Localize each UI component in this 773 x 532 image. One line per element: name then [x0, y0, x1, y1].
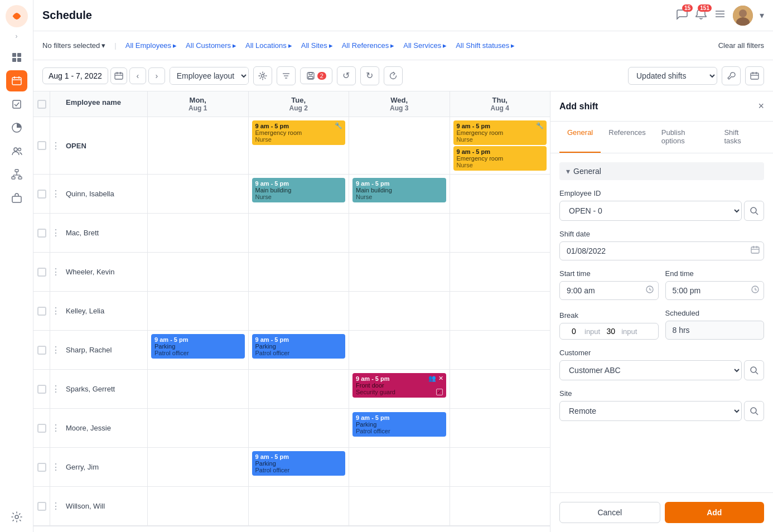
shift-card[interactable]: 9 am - 5 pm Main building Nurse: [352, 178, 446, 202]
row-select[interactable]: [37, 385, 46, 394]
row-menu[interactable]: ⋮: [50, 370, 61, 408]
shift-card[interactable]: 👥 ✕ 9 am - 5 pm Front door Security guar…: [352, 373, 446, 398]
row-select[interactable]: [37, 229, 46, 238]
calendar-icon[interactable]: [751, 245, 760, 257]
shift-date-input[interactable]: [559, 241, 764, 260]
row-select[interactable]: [37, 307, 46, 316]
sidebar-icon-home[interactable]: [6, 47, 27, 68]
sidebar-icon-schedule[interactable]: [6, 70, 27, 91]
customer-select[interactable]: Customer ABC: [559, 360, 742, 380]
scheduled-label: Scheduled: [665, 309, 765, 317]
next-week-button[interactable]: ›: [148, 67, 165, 84]
tab-shift-tasks[interactable]: Shift tasks: [716, 122, 764, 153]
start-time-input[interactable]: [559, 281, 659, 300]
sidebar-collapse[interactable]: ›: [16, 32, 18, 40]
break-value-1[interactable]: [566, 327, 582, 336]
prev-week-button[interactable]: ‹: [129, 67, 146, 84]
all-customers-filter[interactable]: All Customers ▸: [186, 41, 236, 50]
site-search-button[interactable]: [744, 401, 764, 421]
select-all-checkbox[interactable]: [37, 100, 46, 109]
all-shift-statuses-filter[interactable]: All Shift statuses ▸: [456, 41, 515, 50]
cell-open-mon[interactable]: [148, 117, 249, 174]
shift-card[interactable]: 9 am - 5 pm Parking Patrol officer: [252, 451, 346, 476]
wrench-icon[interactable]: [722, 66, 741, 85]
app-logo[interactable]: [5, 4, 28, 28]
tab-publish-options[interactable]: Publish options: [654, 122, 717, 153]
layout-select-input[interactable]: Employee layout Location layout: [170, 67, 248, 84]
row-menu[interactable]: ⋮: [50, 331, 61, 369]
cell-open-wed[interactable]: [349, 117, 450, 174]
shift-card[interactable]: 9 am - 5 pm Parking Patrol officer: [352, 412, 446, 437]
sidebar-icon-tasks[interactable]: [6, 94, 27, 115]
shift-card[interactable]: 🔧 9 am - 5 pm Emergency room Nurse: [453, 120, 547, 145]
row-select[interactable]: [37, 190, 46, 199]
row-select[interactable]: [37, 268, 46, 277]
row-menu[interactable]: ⋮: [50, 292, 61, 330]
row-menu[interactable]: ⋮: [50, 409, 61, 447]
calendar-view-button[interactable]: [745, 66, 764, 85]
cancel-button[interactable]: Cancel: [559, 502, 660, 523]
employee-id-search-button[interactable]: [744, 201, 764, 221]
all-employees-filter[interactable]: All Employees ▸: [125, 41, 177, 50]
menu-button[interactable]: [714, 8, 726, 23]
sidebar-icon-jobs[interactable]: [6, 187, 27, 209]
all-references-filter[interactable]: All References ▸: [342, 41, 395, 50]
shift-close-icon[interactable]: ✕: [438, 375, 443, 382]
row-select[interactable]: [37, 346, 46, 355]
shift-card[interactable]: 🔧 9 am - 5 pm Emergency room Nurse: [252, 120, 346, 145]
tab-references[interactable]: References: [601, 122, 653, 153]
row-menu[interactable]: ⋮: [50, 253, 61, 291]
cell-open-tue[interactable]: 🔧 9 am - 5 pm Emergency room Nurse: [249, 117, 350, 174]
cell-tue[interactable]: 9 am - 5 pm Main building Nurse: [249, 175, 350, 213]
row-menu[interactable]: ⋮: [50, 487, 61, 525]
no-filter-button[interactable]: No filters selected ▾: [42, 41, 105, 50]
row-menu-open[interactable]: ⋮: [50, 117, 61, 174]
refresh-button[interactable]: [384, 66, 403, 85]
shift-card[interactable]: 9 am - 5 pm Main building Nurse: [252, 178, 346, 202]
end-time-input[interactable]: [665, 281, 765, 300]
date-range-display[interactable]: Aug 1 - 7, 2022: [42, 67, 108, 84]
shift-card[interactable]: 9 am - 5 pm Parking Patrol officer: [151, 334, 245, 359]
section-general-header[interactable]: ▾ General: [559, 162, 764, 180]
notifications-button[interactable]: 151: [695, 8, 707, 23]
row-select-open[interactable]: [37, 141, 46, 150]
add-shift-button[interactable]: Add: [665, 502, 765, 523]
panel-close-button[interactable]: ×: [758, 100, 764, 112]
tab-general[interactable]: General: [559, 122, 601, 153]
sidebar-icon-team[interactable]: [6, 141, 27, 162]
row-select[interactable]: [37, 463, 46, 472]
sidebar-icon-settings[interactable]: [6, 506, 27, 528]
calendar-picker-button[interactable]: [110, 67, 127, 84]
updated-shifts-select[interactable]: Updated shifts All shifts: [628, 67, 717, 85]
site-select[interactable]: Remote: [559, 401, 742, 421]
cell-open-thu[interactable]: 🔧 9 am - 5 pm Emergency room Nurse 9 am …: [450, 117, 550, 174]
save-button[interactable]: 2: [300, 67, 332, 84]
all-services-filter[interactable]: All Services ▸: [403, 41, 447, 50]
employee-id-select[interactable]: OPEN - 0: [559, 201, 742, 221]
shift-card[interactable]: 9 am - 5 pm Parking Patrol officer: [252, 334, 346, 359]
undo-button[interactable]: ↺: [337, 66, 356, 85]
all-sites-filter[interactable]: All Sites ▸: [301, 41, 333, 50]
layout-settings-button[interactable]: [253, 66, 272, 85]
user-dropdown-icon[interactable]: ▾: [760, 10, 764, 21]
customer-search-button[interactable]: [744, 360, 764, 380]
cell-wed[interactable]: 9 am - 5 pm Main building Nurse: [349, 175, 450, 213]
sidebar-icon-analytics[interactable]: [6, 117, 27, 138]
clear-all-filters[interactable]: Clear all filters: [718, 41, 764, 50]
cell-thu[interactable]: [450, 175, 550, 213]
row-menu[interactable]: ⋮: [50, 448, 61, 486]
all-locations-filter[interactable]: All Locations ▸: [245, 41, 292, 50]
shift-card[interactable]: 9 am - 5 pm Emergency room Nurse: [453, 146, 547, 171]
cell-mon[interactable]: [148, 175, 249, 213]
sidebar-icon-org[interactable]: [6, 164, 27, 185]
filter-options-button[interactable]: [277, 66, 296, 85]
row-select[interactable]: [37, 502, 46, 511]
row-menu[interactable]: ⋮: [50, 175, 61, 213]
table-row: ⋮ Willson, Will: [33, 487, 550, 526]
row-select[interactable]: [37, 424, 46, 433]
user-avatar[interactable]: [733, 6, 753, 26]
redo-button[interactable]: ↻: [360, 66, 379, 85]
row-menu[interactable]: ⋮: [50, 214, 61, 252]
break-value-2[interactable]: [602, 327, 619, 336]
messages-button[interactable]: 15: [676, 8, 688, 23]
